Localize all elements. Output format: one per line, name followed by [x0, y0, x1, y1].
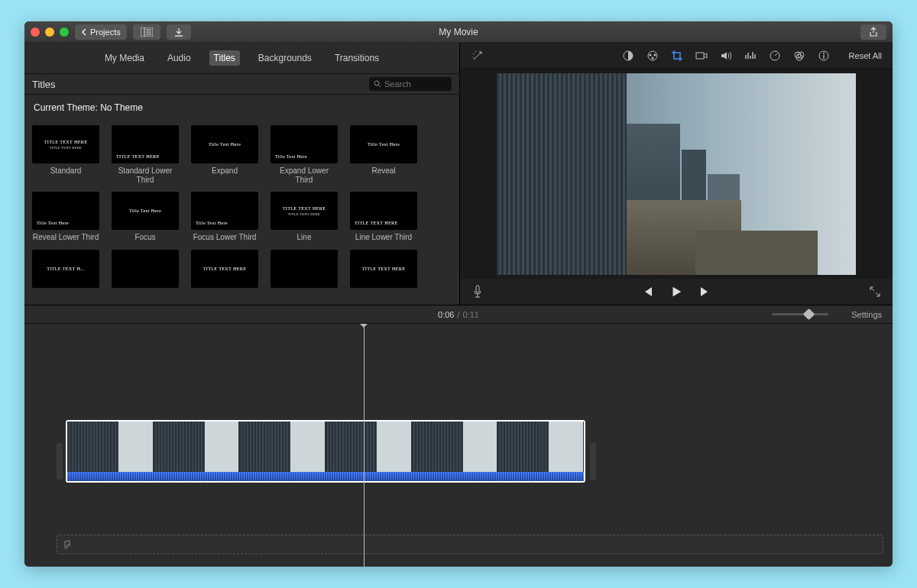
chevron-left-icon: [81, 28, 87, 36]
svg-rect-19: [823, 55, 824, 59]
skip-back-button[interactable]: [640, 285, 654, 299]
video-clip[interactable]: [66, 420, 585, 483]
search-field[interactable]: [369, 77, 452, 91]
titlebar: Projects My Movie: [24, 21, 893, 43]
tab-audio[interactable]: Audio: [163, 50, 196, 66]
window-controls: [31, 27, 69, 37]
filters-icon[interactable]: [792, 49, 806, 63]
svg-point-18: [823, 53, 825, 54]
back-button-label: Projects: [90, 27, 121, 37]
tab-backgrounds[interactable]: Backgrounds: [254, 50, 316, 66]
zoom-window-button[interactable]: [60, 27, 69, 37]
music-track[interactable]: [57, 535, 883, 554]
close-window-button[interactable]: [31, 27, 40, 37]
title-tile[interactable]: TITLE TEXT H...: [32, 250, 99, 291]
title-tile[interactable]: Title Text HereFocus Lower Third: [191, 192, 258, 242]
svg-point-11: [651, 57, 653, 59]
viewer-pane: Reset All: [460, 43, 893, 305]
title-tile[interactable]: Title Text HereExpand Lower Third: [271, 125, 338, 184]
reset-all-button[interactable]: Reset All: [849, 51, 882, 60]
svg-point-5: [374, 81, 379, 86]
crop-icon[interactable]: [670, 49, 684, 63]
browser-tabs: My Media Audio Titles Backgrounds Transi…: [24, 43, 459, 73]
share-icon: [868, 27, 879, 37]
title-tile[interactable]: [271, 250, 338, 291]
magic-wand-icon[interactable]: [471, 49, 484, 63]
title-tile[interactable]: TITLE TEXT HERETITLE TEXT HEREStandard: [32, 125, 99, 184]
info-icon[interactable]: [817, 49, 831, 63]
video-viewer[interactable]: [460, 69, 893, 279]
zoom-slider[interactable]: [772, 313, 828, 315]
clip-audio-waveform: [67, 472, 584, 481]
mic-button[interactable]: [471, 285, 484, 299]
camera-icon[interactable]: [695, 49, 708, 63]
tab-transitions[interactable]: Transitions: [330, 50, 384, 66]
equalizer-icon[interactable]: [744, 49, 757, 63]
fullscreen-button[interactable]: [868, 285, 882, 299]
current-theme-label: Current Theme: No Theme: [24, 95, 459, 121]
adjustments-bar: Reset All: [460, 43, 893, 69]
title-tile[interactable]: TITLE TEXT HERE: [350, 250, 417, 291]
current-time: 0:06: [438, 310, 454, 319]
tab-my-media[interactable]: My Media: [100, 50, 149, 66]
svg-point-9: [649, 53, 651, 56]
browser-subheader: Titles: [24, 73, 459, 95]
share-button[interactable]: [860, 24, 886, 40]
tab-titles[interactable]: Titles: [209, 50, 240, 66]
clip-handle-right[interactable]: [590, 443, 596, 480]
import-button[interactable]: [167, 24, 191, 40]
title-tile[interactable]: Title Text HereReveal Lower Third: [32, 192, 99, 242]
color-balance-icon[interactable]: [621, 49, 635, 63]
library-icon: [141, 27, 153, 37]
timeline-settings-button[interactable]: Settings: [851, 310, 882, 319]
media-browser: My Media Audio Titles Backgrounds Transi…: [24, 43, 460, 305]
skip-forward-button[interactable]: [698, 285, 712, 299]
search-icon: [374, 80, 381, 88]
search-input[interactable]: [384, 79, 438, 89]
titles-grid: TITLE TEXT HERETITLE TEXT HEREStandard T…: [24, 121, 459, 305]
title-tile[interactable]: Title Text HereExpand: [191, 125, 258, 184]
svg-line-6: [379, 86, 381, 88]
speed-icon[interactable]: [768, 49, 782, 63]
title-tile[interactable]: TITLE TEXT HERE: [191, 250, 258, 291]
title-tile[interactable]: Title Text HereFocus: [112, 192, 179, 242]
browser-title: Titles: [32, 79, 56, 90]
svg-point-10: [653, 53, 656, 56]
svg-rect-12: [696, 53, 704, 59]
playhead[interactable]: [364, 324, 365, 567]
transport-controls: [460, 279, 893, 305]
title-tile[interactable]: Title Text HereReveal: [350, 125, 417, 184]
play-button[interactable]: [669, 285, 683, 299]
title-tile[interactable]: TITLE TEXT HERETITLE TEXT HERELine: [271, 192, 338, 242]
title-tile[interactable]: TITLE TEXT HEREStandard Lower Third: [112, 125, 179, 184]
title-tile[interactable]: TITLE TEXT HERELine Lower Third: [350, 192, 417, 242]
color-wheel-icon[interactable]: [646, 49, 659, 63]
timecode-bar: 0:06 / 0:11 Settings: [24, 305, 893, 324]
svg-rect-20: [476, 286, 479, 292]
library-toggle-button[interactable]: [133, 24, 160, 40]
volume-icon[interactable]: [719, 49, 733, 63]
clip-thumbnails: [67, 422, 584, 472]
total-duration: 0:11: [463, 310, 479, 319]
back-to-projects-button[interactable]: Projects: [75, 24, 127, 40]
music-note-icon: [62, 540, 71, 549]
timeline[interactable]: [24, 324, 893, 567]
clip-handle-left[interactable]: [57, 443, 63, 480]
video-frame: [497, 73, 856, 275]
title-tile[interactable]: [112, 250, 179, 291]
app-window: Projects My Movie My Media Audio Titles …: [24, 21, 893, 567]
minimize-window-button[interactable]: [45, 27, 54, 37]
download-icon: [174, 27, 183, 37]
